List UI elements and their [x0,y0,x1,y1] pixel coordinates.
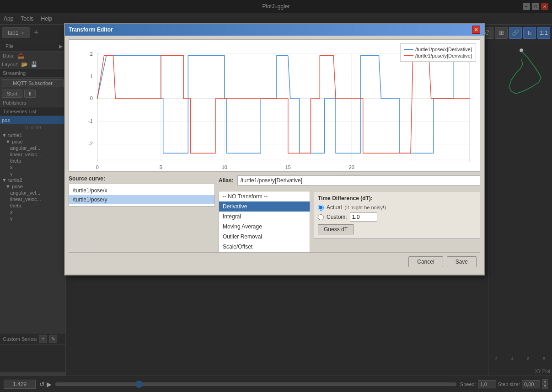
transform-editor-dialog: Transform Editor ✕ [64,23,485,275]
time-diff-box: Time Difference (dT): Actual (It might b… [314,191,480,238]
legend-y-item: /turtle1/pose/y[Derivative] [404,53,472,58]
time-diff-title: Time Difference (dT): [318,195,476,201]
dialog-controls-row: Source curve: /turtle1/pose/x /turtle1/p… [69,175,480,252]
svg-text:15: 15 [285,164,291,170]
transform-outlier-removal[interactable]: Outlier Removal [219,232,310,242]
svg-text:1: 1 [90,74,93,79]
source-panel: Source curve: /turtle1/pose/x /turtle1/p… [69,175,215,207]
dialog-close-button[interactable]: ✕ [472,26,480,34]
transform-options-row: -- NO Transform -- Derivative Integral M… [219,191,480,252]
svg-text:-1: -1 [88,118,93,124]
guess-dt-button[interactable]: Guess dT [318,224,354,234]
custom-radio-row: Custom: [318,212,476,222]
svg-text:5: 5 [160,164,162,170]
svg-text:0: 0 [90,95,93,101]
custom-radio[interactable] [318,214,324,220]
alias-row: Alias: [219,175,480,185]
dialog-body: 2 1 0 -1 -2 0 5 10 15 20 [65,36,484,275]
alias-transform-panel: Alias: -- NO Transform -- Derivative Int… [219,175,480,252]
svg-text:0: 0 [96,164,99,170]
transform-moving-average[interactable]: Moving Average [219,222,310,232]
options-panel: Time Difference (dT): Actual (It might b… [314,191,480,252]
custom-label: Custom: [327,214,347,220]
legend-x-item: /turtle1/pose/x[Derivative] [404,47,472,52]
actual-note: (It might be noisy!) [344,205,386,210]
source-item-x[interactable]: /turtle1/pose/x [69,186,214,195]
dialog-overlay: Transform Editor ✕ [0,0,552,392]
chart-legend: /turtle1/pose/x[Derivative] /turtle1/pos… [400,43,476,62]
actual-radio[interactable] [318,205,324,211]
alias-input[interactable] [237,175,480,185]
transform-integral[interactable]: Integral [219,212,310,222]
transform-list: -- NO Transform -- Derivative Integral M… [219,191,310,252]
svg-text:2: 2 [90,51,93,57]
transform-panel: -- NO Transform -- Derivative Integral M… [219,191,310,252]
svg-text:10: 10 [222,164,227,170]
alias-label: Alias: [219,177,234,184]
save-button[interactable]: Save [447,256,477,267]
cancel-button[interactable]: Cancel [408,256,443,267]
transform-scale-offset[interactable]: Scale/Offset [219,242,310,252]
legend-y-color [404,55,413,56]
actual-radio-row: Actual (It might be noisy!) [318,204,476,211]
actual-label: Actual [327,204,342,211]
svg-text:-2: -2 [88,141,93,146]
transform-derivative[interactable]: Derivative [219,201,310,212]
custom-dt-input[interactable] [350,212,377,222]
source-item-y[interactable]: /turtle1/pose/y [69,195,214,204]
source-curve-label: Source curve: [69,175,215,182]
dialog-titlebar: Transform Editor ✕ [65,24,484,36]
legend-x-color [404,49,413,50]
dialog-title: Transform Editor [69,26,113,33]
source-list: /turtle1/pose/x /turtle1/pose/y [69,184,215,207]
dialog-footer: Cancel Save [69,252,480,271]
legend-y-label: /turtle1/pose/y[Derivative] [415,53,472,58]
transform-no-transform[interactable]: -- NO Transform -- [219,191,310,201]
svg-text:20: 20 [349,164,354,170]
legend-x-label: /turtle1/pose/x[Derivative] [415,47,472,52]
chart-container: 2 1 0 -1 -2 0 5 10 15 20 [69,39,480,172]
